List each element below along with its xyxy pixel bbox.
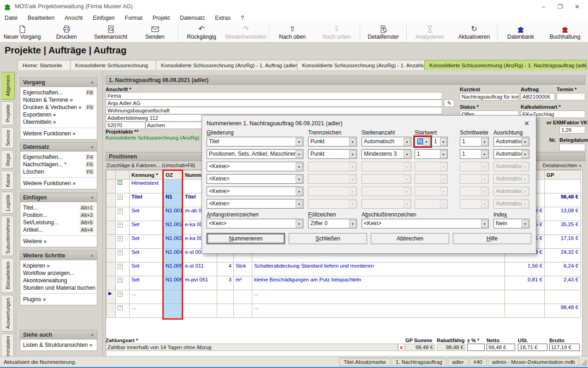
undo-button[interactable]: ↶ Rückgängig [179, 23, 224, 42]
index-select[interactable]: Nein▼ [493, 219, 529, 228]
send-button[interactable]: Senden [133, 23, 177, 42]
tab-nachtragsauftrag[interactable]: Konsolidierte Schlussrechnung (AnzRg) - … [424, 60, 587, 70]
expand-node-icon[interactable]: + [118, 209, 123, 214]
dialog-close-icon[interactable]: ✕ [522, 120, 531, 127]
tab-schlussrechnung[interactable]: Konsolidierte Schlussrechnung [70, 60, 158, 70]
move-up-button[interactable]: ⇧ Nach oben [270, 23, 315, 42]
expand-node-icon[interactable]: + [118, 264, 123, 269]
trennzeichen-select-2[interactable]: Punkt▼ [308, 149, 357, 159]
sidebar-item-akontoverwaltung[interactable]: Akontoverwaltung [20, 277, 97, 284]
schrittweite-select-1[interactable]: 1▼ [460, 137, 489, 146]
collapse-icon[interactable]: ▲ [90, 253, 94, 257]
collapse-icon[interactable]: ▲ [90, 195, 94, 199]
nummerieren-button[interactable]: Nummerieren [207, 233, 285, 244]
startwert-select-1[interactable]: 1▼ [432, 137, 448, 146]
refresh-button[interactable]: ↻ Aktualisieren [452, 23, 496, 42]
stellenanzahl-select-2[interactable]: Mindestens 3▼ [362, 149, 411, 159]
gliederung-select-6[interactable]: <Keine>▼ [207, 199, 303, 209]
sidebar-item-ds-eigenschaften[interactable]: Eigenschaften...F4 [20, 153, 97, 161]
sidebar-item-loeschen[interactable]: LöschenF6 [20, 168, 97, 175]
col-kennung[interactable]: Kennung * [130, 170, 164, 180]
chevron-down-icon[interactable]: ▼ [481, 150, 488, 158]
chevron-down-icon[interactable]: ▼ [296, 150, 303, 158]
side-tab-service[interactable]: Service [2, 127, 14, 148]
chevron-down-icon[interactable]: ▼ [522, 150, 529, 158]
fuellzeichen-select[interactable]: Ziffer 0▼ [308, 219, 357, 228]
menu-extras[interactable]: Extras [215, 15, 231, 21]
anfangstrennzeichen-select[interactable]: <Kein>▼ [207, 219, 303, 228]
sidebar-item-set-leistung[interactable]: Set/Leistung...Alt+5 [20, 219, 97, 226]
menu-projekt[interactable]: Projekt [153, 15, 170, 21]
chevron-down-icon[interactable]: ▼ [440, 138, 447, 146]
mfaktor-vk-field[interactable]: 1,26 [559, 126, 585, 134]
chevron-down-icon[interactable]: ▼ [404, 150, 410, 158]
table-row-current[interactable]: ▶» ... ... [107, 290, 581, 304]
collapse-node-icon[interactable]: − [118, 195, 123, 200]
sidebar-item-weitere[interactable]: Weitere » [20, 238, 97, 245]
zahlungsart-remove-icon[interactable]: x [398, 344, 404, 351]
sidebar-item-stunden-material[interactable]: Stunden und Material buchen [20, 284, 97, 292]
collapse-icon[interactable]: ▲ [90, 145, 94, 149]
menu-datensatz[interactable]: Datensatz [180, 15, 205, 21]
address-line2-field[interactable]: Wohnungsbaugesellschaft [106, 107, 442, 114]
side-tab-bueroarbeiten[interactable]: Büroarbeiten [2, 258, 14, 293]
menu-format[interactable]: Format [125, 15, 143, 21]
stellenanzahl-select-1[interactable]: Automatisch▼ [362, 137, 411, 146]
kurztext-field[interactable]: Nachtragsauftrag für kons [460, 93, 519, 100]
sidebar-item-nachschlagen[interactable]: Nachschlagen... *F5 [20, 161, 97, 168]
address-edit-icon[interactable]: ✎ [444, 99, 454, 107]
side-tab-allgemein[interactable]: Allgemein [1, 72, 15, 99]
abschlusstrennzeichen-select[interactable]: <Kein>▼ [362, 219, 489, 228]
col-gp[interactable]: GP [545, 170, 581, 180]
side-tab-projekte[interactable]: Projekte [2, 101, 14, 125]
maximize-button[interactable]: ❐ [557, 3, 563, 10]
projektakte-link[interactable]: Konsolidierte Schlussrechnung (AnzRg) [106, 135, 199, 140]
sidebar-item-weitere-funktionen[interactable]: Weitere Funktionen » [20, 130, 97, 137]
schliessen-button[interactable]: Schließen [289, 233, 367, 244]
col-oz[interactable]: OZ [164, 170, 183, 180]
menu-datei[interactable]: Datei [5, 15, 18, 21]
menu-ansicht[interactable]: Ansicht [65, 15, 83, 21]
chevron-down-icon[interactable]: ▼ [440, 150, 447, 158]
sidebar-item-ds-weitere-funktionen[interactable]: Weitere Funktionen » [20, 180, 97, 187]
chevron-down-icon[interactable]: ▼ [296, 175, 303, 183]
sidebar-item-kopieren[interactable]: Kopieren » [20, 262, 97, 269]
menu-bearbeiten[interactable]: Bearbeiten [28, 15, 54, 21]
sidebar-item-notizen[interactable]: Notizen & Termine » [20, 96, 97, 104]
belegdatum-field[interactable] [559, 144, 585, 151]
ausrichtung-select-2[interactable]: Automatisch▼ [493, 149, 529, 159]
sidebar-item-position[interactable]: Position...Alt+3 [20, 211, 97, 219]
accounting-button[interactable]: Buchhaltung [543, 23, 587, 42]
chevron-down-icon[interactable]: ▼ [296, 200, 303, 208]
detailansichten-link[interactable]: Detailansichten » [543, 163, 582, 168]
node-icon[interactable]: » [118, 292, 123, 297]
side-tab-auswertungen[interactable]: Auswertungen [2, 295, 14, 332]
termin-field[interactable] [557, 93, 585, 100]
address-name-field[interactable]: Anja Adler AG [106, 99, 442, 107]
chevron-down-icon[interactable]: ▼ [481, 220, 488, 228]
chevron-down-icon[interactable]: ▼ [296, 220, 303, 228]
sidebar-item-artikel[interactable]: Artikel...Alt+4 [20, 226, 97, 234]
table-row-new[interactable]: * ... ... 98,48 € [107, 304, 581, 318]
trennzeichen-select-1[interactable]: Punkt▼ [308, 137, 357, 146]
sidebar-item-drucken-verbuchen[interactable]: Drucken & Verbuchen »F9 [20, 104, 97, 111]
gliederung-select-5[interactable]: <Keine>▼ [207, 187, 303, 196]
expand-node-icon[interactable]: + [118, 222, 123, 228]
startwert-select-2[interactable]: 1▼ [415, 149, 448, 159]
zuschlaege-link[interactable]: Zuschläge & Faktoren... (Umschalt+F8) [107, 163, 195, 168]
tab-anzahlungsrechnung[interactable]: Konsolidierte Schlussrechnung (AnzRg) - … [297, 60, 426, 70]
chevron-down-icon[interactable]: ▼ [423, 138, 430, 146]
collapse-icon[interactable]: ▲ [90, 80, 94, 84]
zahlungsart-field[interactable]: Zahlbar innerhalb von 14 Tagen ohne Abzu… [106, 344, 398, 351]
sidebar-item-listen-strukturansichten[interactable]: Listen & Strukturansichten » [20, 341, 97, 349]
chevron-down-icon[interactable]: ▼ [296, 138, 303, 146]
expand-node-icon[interactable]: + [118, 278, 123, 283]
print-preview-button[interactable]: Seitenansicht [89, 23, 133, 42]
sidebar-item-eigenschaften[interactable]: Eigenschaften...F8 [20, 89, 97, 96]
abbrechen-button[interactable]: Abbrechen [371, 233, 449, 244]
sidebar-item-exportieren[interactable]: Exportieren » [20, 111, 97, 118]
expand-node-icon[interactable]: + [118, 250, 123, 255]
resize-grip[interactable] [581, 358, 587, 366]
chevron-down-icon[interactable]: ▼ [349, 150, 356, 158]
chevron-down-icon[interactable]: ▼ [404, 138, 410, 146]
